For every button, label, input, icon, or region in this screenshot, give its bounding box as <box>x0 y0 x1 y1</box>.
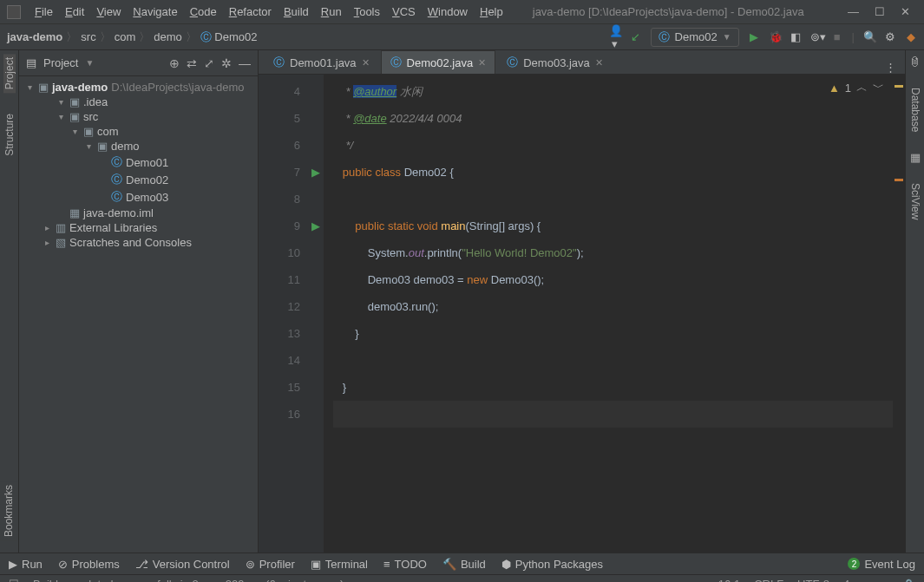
editor-tab[interactable]: ⒸDemo02.java✕ <box>381 50 496 74</box>
chevron-down-icon: ▼ <box>723 32 731 42</box>
tree-root[interactable]: ▾ ▣ java-demo D:\IdeaProjects\java-demo <box>23 80 254 95</box>
bottom-tool-bar: ▶Run⊘Problems⎇Version Control⊚Profiler▣T… <box>0 553 924 574</box>
bottom-tab-run[interactable]: ▶Run <box>9 558 43 571</box>
bottom-tab-version-control[interactable]: ⎇Version Control <box>135 558 230 571</box>
class-icon: Ⓒ <box>390 55 402 70</box>
prev-highlight-icon[interactable]: ︿ <box>856 80 868 95</box>
hide-icon[interactable]: — <box>239 56 251 70</box>
tree-item[interactable]: ▸▥External Libraries <box>23 220 254 235</box>
run-icon[interactable]: ▶ <box>748 30 760 43</box>
run-config-selector[interactable]: Ⓒ Demo02 ▼ <box>651 28 739 47</box>
window-title: java-demo [D:\IdeaProjects\java-demo] - … <box>508 5 848 18</box>
editor-tab[interactable]: ⒸDemo03.java✕ <box>497 50 613 74</box>
stop-icon[interactable]: ■ <box>831 30 843 43</box>
line-separator[interactable]: CRLF <box>754 578 783 582</box>
panel-title: Project <box>43 56 78 69</box>
bottom-tab-terminal[interactable]: ▣Terminal <box>311 558 368 571</box>
editor-body[interactable]: 45678910111213141516 ▶▶ * @author 水闲 * @… <box>259 75 905 553</box>
maximize-icon[interactable]: ☐ <box>875 5 885 18</box>
toolbar-right: 👤▾ ↙ Ⓒ Demo02 ▼ ▶ 🐞 ◧ ⊚▾ ■ | 🔍 ⚙ ◆ <box>609 24 917 50</box>
breadcrumb-item[interactable]: Ⓒ Demo02 <box>200 29 258 45</box>
tree-item[interactable]: ▦java-demo.iml <box>23 206 254 220</box>
gear-icon[interactable]: ⚙ <box>884 30 896 43</box>
breadcrumb-item[interactable]: src <box>81 30 95 43</box>
tree-item[interactable]: ▾▣src <box>23 109 254 124</box>
editor-tab[interactable]: ⒸDemo01.java✕ <box>264 50 379 74</box>
sciview-icon[interactable]: ▦ <box>910 151 921 164</box>
app-icon <box>7 5 21 19</box>
menu-file[interactable]: File <box>29 3 58 20</box>
tab-sciview[interactable]: SciView <box>909 180 921 223</box>
status-message: Build completed successfully in 2 sec, 2… <box>33 578 344 582</box>
menu-view[interactable]: View <box>91 3 126 20</box>
tree-item[interactable]: ⒸDemo01 <box>23 154 254 171</box>
menu-vcs[interactable]: VCS <box>387 3 421 20</box>
tabs-menu-icon[interactable]: ⋮ <box>885 61 896 74</box>
close-icon[interactable]: ✕ <box>901 5 910 18</box>
breadcrumb-item[interactable]: com <box>115 30 136 43</box>
file-encoding[interactable]: UTF-8 <box>797 578 829 582</box>
database-icon[interactable]: 🛢 <box>909 56 921 69</box>
breadcrumb-item[interactable]: java-demo <box>7 30 62 43</box>
folder-icon: ▤ <box>26 56 36 69</box>
ide-icon[interactable]: ◆ <box>905 30 917 43</box>
target-icon[interactable]: ⊕ <box>169 56 180 70</box>
menu-navigate[interactable]: Navigate <box>128 3 182 20</box>
navigation-bar: java-demo〉src〉com〉demo〉Ⓒ Demo02 👤▾ ↙ Ⓒ D… <box>0 24 924 50</box>
bottom-tab-todo[interactable]: ≡TODO <box>383 558 427 571</box>
run-gutter: ▶▶ <box>307 75 324 553</box>
tab-bookmarks[interactable]: Bookmarks <box>0 481 17 540</box>
search-icon[interactable]: 🔍 <box>863 30 875 43</box>
tree-item[interactable]: ▾▣.idea <box>23 95 254 109</box>
menu-refactor[interactable]: Refactor <box>224 3 277 20</box>
status-bar: ☐ Build completed successfully in 2 sec,… <box>0 574 924 582</box>
project-tree: ▾ ▣ java-demo D:\IdeaProjects\java-demo … <box>19 76 258 553</box>
lock-icon[interactable]: 🔒 <box>902 579 915 583</box>
expand-icon[interactable]: ⇄ <box>187 56 197 70</box>
breadcrumb-item[interactable]: demo <box>154 30 182 43</box>
tab-project[interactable]: Project <box>3 54 16 93</box>
status-box-icon[interactable]: ☐ <box>9 578 19 582</box>
next-highlight-icon[interactable]: ﹀ <box>873 80 884 95</box>
editor-scrollbar[interactable] <box>893 75 905 553</box>
project-panel-header: ▤ Project ▼ ⊕ ⇄ ⤢ ✲ — <box>19 50 258 76</box>
coverage-icon[interactable]: ◧ <box>790 30 802 43</box>
tree-item[interactable]: ▸▧Scratches and Consoles <box>23 235 254 250</box>
inspections-widget[interactable]: ▲ 1 ︿ ﹀ <box>829 80 884 95</box>
menu-build[interactable]: Build <box>279 3 314 20</box>
tree-item[interactable]: ⒸDemo03 <box>23 188 254 206</box>
menu-edit[interactable]: Edit <box>60 3 89 20</box>
minimize-icon[interactable]: — <box>848 5 859 18</box>
bottom-tab-profiler[interactable]: ⊚Profiler <box>246 558 295 571</box>
tab-database[interactable]: Database <box>909 84 921 135</box>
tab-structure[interactable]: Structure <box>3 110 16 160</box>
menu-tools[interactable]: Tools <box>349 3 385 20</box>
close-tab-icon[interactable]: ✕ <box>478 57 486 69</box>
tree-item[interactable]: ⒸDemo02 <box>23 171 254 188</box>
editor-tabs: ⒸDemo01.java✕ⒸDemo02.java✕ⒸDemo03.java✕⋮ <box>259 50 905 75</box>
debug-icon[interactable]: 🐞 <box>769 30 781 43</box>
menu-run[interactable]: Run <box>316 3 347 20</box>
event-log[interactable]: 2Event Log <box>848 558 915 571</box>
menu-window[interactable]: Window <box>423 3 473 20</box>
close-tab-icon[interactable]: ✕ <box>595 57 603 69</box>
window-controls: — ☐ ✕ <box>848 5 917 18</box>
menu-help[interactable]: Help <box>475 3 508 20</box>
menu-code[interactable]: Code <box>185 3 222 20</box>
profile-icon[interactable]: ⊚▾ <box>810 30 822 43</box>
collapse-icon[interactable]: ⤢ <box>204 56 214 70</box>
tree-item[interactable]: ▾▣demo <box>23 139 254 154</box>
close-tab-icon[interactable]: ✕ <box>362 57 370 69</box>
indent-setting[interactable]: 4 spaces <box>843 578 888 582</box>
caret-position[interactable]: 16:1 <box>718 578 740 582</box>
tree-item[interactable]: ▾▣com <box>23 124 254 139</box>
sync-icon[interactable]: ↙ <box>630 30 642 43</box>
bottom-tab-build[interactable]: 🔨Build <box>442 558 486 571</box>
bottom-tab-python-packages[interactable]: ⬢Python Packages <box>501 558 603 571</box>
menu-bar: FileEditViewNavigateCodeRefactorBuildRun… <box>29 3 508 20</box>
settings-icon[interactable]: ✲ <box>221 56 232 70</box>
user-icon[interactable]: 👤▾ <box>609 24 621 50</box>
chevron-down-icon[interactable]: ▼ <box>85 58 94 68</box>
bottom-tab-problems[interactable]: ⊘Problems <box>58 558 120 571</box>
code-area[interactable]: * @author 水闲 * @date 2022/4/4 0004 */ pu… <box>324 75 905 553</box>
